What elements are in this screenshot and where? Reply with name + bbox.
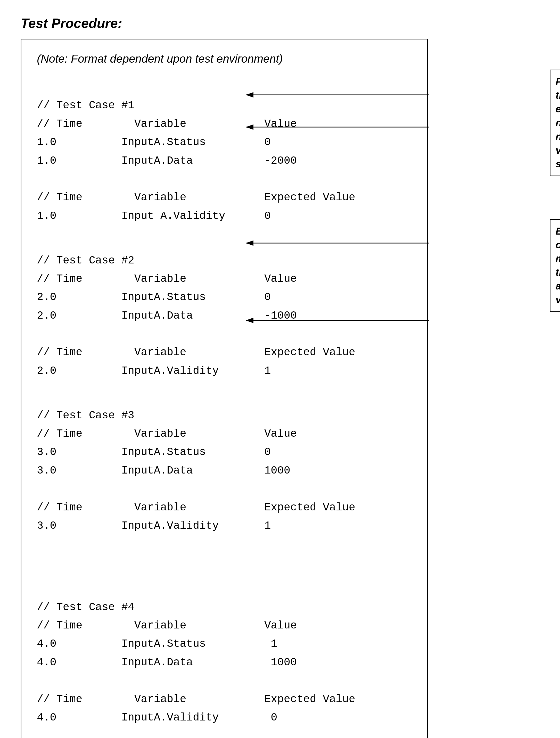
code-section-4: // Test Case #4 // Time Variable Value 4… <box>37 598 412 727</box>
code-section-1: // Test Case #1 // Time Variable Value 1… <box>37 96 412 225</box>
code-section-2: // Test Case #2 // Time Variable Value 2… <box>37 252 412 380</box>
annotation-box-1: Possible translation errors of state nam… <box>550 70 560 176</box>
note-line: (Note: Format dependent upon test enviro… <box>37 52 412 65</box>
code-section-3: // Test Case #3 // Time Variable Value 3… <box>37 406 412 572</box>
annotation-box-2: Errors can occur in multiple translation… <box>550 219 560 312</box>
test-procedure-label: Test Procedure: <box>21 15 539 31</box>
main-box: (Note: Format dependent upon test enviro… <box>21 39 428 738</box>
